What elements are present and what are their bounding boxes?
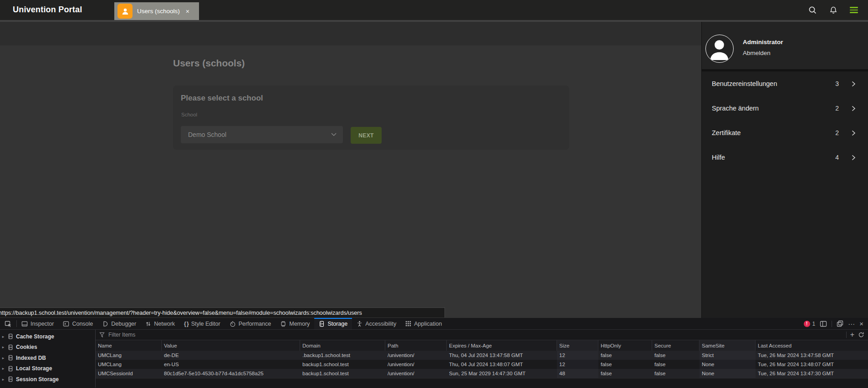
cell-expires-max-age: Sun, 25 Mar 2029 14:47:30 GMT [447,369,557,378]
cell-last-accessed: Tue, 26 Mar 2024 13:47:58 GMT [756,351,868,360]
filter-items-input[interactable] [107,331,843,338]
devtools-tab-style-editor[interactable]: { }Style Editor [179,318,225,329]
refresh-icon[interactable] [858,332,864,338]
split-console-icon[interactable] [820,321,827,327]
close-icon[interactable]: × [859,320,863,327]
cell-path: /univention/ [385,369,447,378]
cell-name: UMCSessionId [96,369,162,378]
cookie-row-umcsessionid-2[interactable]: UMCSessionId80c1d5e7-5e10-4530-b77d-4a1d… [96,369,868,378]
column-header-path[interactable]: Path [385,340,447,351]
devtools-tab-debugger[interactable]: Debugger [97,318,141,329]
twisty-collapsed-icon[interactable]: ▸ [1,345,5,349]
user-menu-item-benutzereinstellungen[interactable]: Benutzereinstellungen3 [702,71,868,96]
cell-size: 12 [557,351,598,360]
chevron-right-icon [852,81,856,87]
devtools-tab-inspector[interactable]: Inspector [17,318,58,329]
storage-sidebar-item-local-storage[interactable]: ▸Local Storage [0,363,95,374]
devtools-tab-application[interactable]: Application [401,318,446,329]
devtools-tab-label: Application [414,321,442,327]
search-icon[interactable] [808,6,817,15]
menu-burger-icon[interactable] [850,7,858,13]
cell-secure: false [652,360,700,369]
cell-samesite: None [700,360,756,369]
devtools-tab-label: Network [154,321,175,327]
devtools-toolbar: InspectorConsoleDebuggerNetwork{ }Style … [0,318,868,330]
column-header-size[interactable]: Size [557,340,598,351]
filter-bar: + [96,330,868,340]
add-item-icon[interactable]: + [850,331,854,338]
school-select-value: Demo School [188,131,226,138]
column-header-secure[interactable]: Secure [652,340,700,351]
devtools-tab-label: Performance [239,321,271,327]
cookie-table-header: NameValueDomainPathExpires / Max-AgeSize… [96,340,868,351]
database-icon [8,333,13,339]
cookie-row-umclang-0[interactable]: UMCLangde-DE.backup1.school.test/univent… [96,351,868,360]
twisty-collapsed-icon[interactable]: ▸ [1,366,5,371]
element-picker-icon[interactable] [0,318,16,329]
avatar [705,35,734,63]
twisty-collapsed-icon[interactable]: ▸ [1,334,5,339]
cell-name: UMCLang [96,360,162,369]
devtools-tab-accessibility[interactable]: Accessibility [352,318,401,329]
tab-users-schools[interactable]: Users (schools) × [114,2,199,20]
devtools-tab-performance[interactable]: Performance [225,318,276,329]
devtools-tab-console[interactable]: Console [58,318,97,329]
cell-secure: false [652,369,700,378]
column-header-expires-max-age[interactable]: Expires / Max-Age [447,340,557,351]
storage-sidebar-item-cookies[interactable]: ▸Cookies [0,342,95,353]
inspector-icon [21,321,28,327]
database-icon [8,344,13,350]
cell-value: de-DE [162,351,300,360]
cell-domain: backup1.school.test [300,369,385,378]
bell-icon[interactable] [829,6,837,15]
devtools-tab-list: InspectorConsoleDebuggerNetwork{ }Style … [17,318,446,329]
user-menu-item-hilfe[interactable]: Hilfe4 [702,145,868,170]
chevron-right-icon [852,130,856,136]
cell-size: 12 [557,360,598,369]
tab-close-icon[interactable]: × [186,8,189,15]
error-count: 1 [812,321,816,327]
menu-item-label: Zertifikate [712,129,741,136]
dock-icon[interactable] [837,320,843,327]
school-select[interactable]: Demo School [181,126,343,143]
twisty-collapsed-icon[interactable]: ▸ [1,377,5,382]
storage-sidebar-item-indexed-db[interactable]: ▸Indexed DB [0,353,95,363]
column-header-value[interactable]: Value [162,340,300,351]
cell-samesite: Strict [700,351,756,360]
storage-sidebar-item-cache-storage[interactable]: ▸Cache Storage [0,331,95,342]
cookie-row-umclang-1[interactable]: UMCLangen-USbackup1.school.test/univenti… [96,360,868,369]
column-header-name[interactable]: Name [96,340,162,351]
next-button[interactable]: NEXT [351,127,382,144]
column-header-httponly[interactable]: HttpOnly [598,340,652,351]
menu-item-count: 3 [835,80,839,87]
column-header-samesite[interactable]: SameSite [700,340,756,351]
twisty-collapsed-icon[interactable]: ▸ [1,356,5,360]
select-school-card: Please select a school School Demo Schoo… [173,86,569,150]
devtools-tab-network[interactable]: Network [141,318,179,329]
cell-httponly: false [598,360,652,369]
column-header-last-accessed[interactable]: Last Accessed [756,340,868,351]
cell-name: UMCLang [96,351,162,360]
storage-icon [319,321,325,327]
performance-icon [230,321,236,327]
user-menu-item-zertifikate[interactable]: Zertifikate2 [702,121,868,145]
user-menu-list: Benutzereinstellungen3Sprache ändern2Zer… [702,71,868,170]
devtools-tab-storage[interactable]: Storage [314,318,352,329]
column-header-domain[interactable]: Domain [300,340,385,351]
database-icon [8,366,13,372]
error-badge-icon[interactable]: ! [804,321,810,327]
storage-sidebar-item-session-storage[interactable]: ▸Session Storage [0,374,95,385]
logout-link[interactable]: Abmelden [743,50,771,56]
accessibility-icon [357,321,363,327]
memory-icon [280,321,286,327]
status-url-bar: https://backup1.school.test/univention/m… [0,307,445,317]
menu-item-count: 4 [835,154,839,161]
storage-sidebar: ▸Cache Storage▸Cookies▸Indexed DB▸Local … [0,330,96,388]
cell-last-accessed: Tue, 26 Mar 2024 13:48:07 GMT [756,360,868,369]
meatball-menu-icon[interactable]: ··· [848,320,855,327]
cookie-table-rows: UMCLangde-DE.backup1.school.test/univent… [96,351,868,378]
cell-size: 48 [557,369,598,378]
user-menu-item-sprache-ndern[interactable]: Sprache ändern2 [702,96,868,121]
menu-item-label: Benutzereinstellungen [712,80,777,87]
devtools-tab-memory[interactable]: Memory [276,318,314,329]
